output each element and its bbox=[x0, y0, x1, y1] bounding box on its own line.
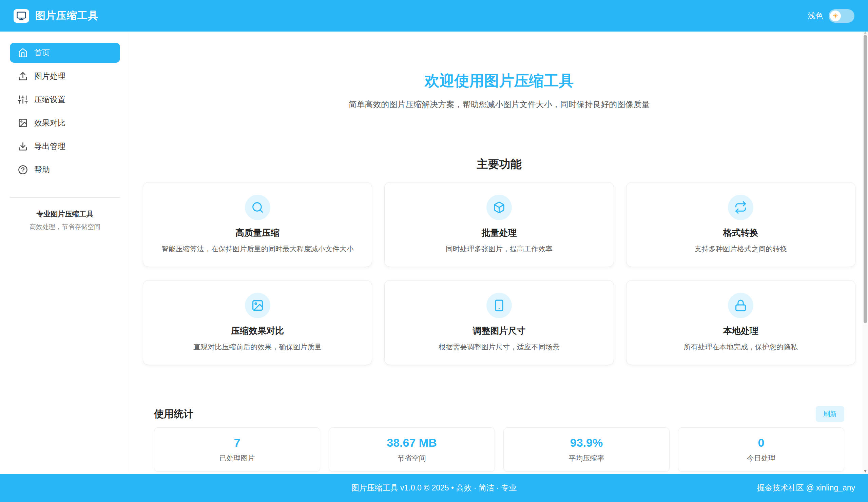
monitor-icon bbox=[13, 9, 29, 23]
theme-label: 浅色 bbox=[808, 11, 823, 21]
feature-title: 压缩效果对比 bbox=[231, 325, 284, 337]
top-header: 图片压缩工具 浅色 ☀ bbox=[0, 0, 868, 32]
magnifier-icon bbox=[245, 195, 270, 220]
footer-credit: 掘金技术社区 @ xinling_any bbox=[757, 483, 855, 493]
feature-desc: 根据需要调整图片尺寸，适应不同场景 bbox=[438, 342, 560, 352]
repeat-icon bbox=[728, 195, 753, 220]
sun-icon: ☀ bbox=[830, 11, 841, 21]
upload-icon bbox=[18, 71, 28, 81]
features-grid: 高质量压缩 智能压缩算法，在保持图片质量的同时最大程度减小文件大小 批量处理 同… bbox=[143, 182, 856, 365]
theme-toggle[interactable]: ☀ bbox=[829, 9, 855, 23]
feature-desc: 智能压缩算法，在保持图片质量的同时最大程度减小文件大小 bbox=[162, 244, 354, 254]
stat-card-today-processed: 0 今日处理 bbox=[678, 427, 844, 472]
app-title: 图片压缩工具 bbox=[35, 9, 99, 23]
stat-value: 38.67 MB bbox=[387, 436, 436, 449]
download-icon bbox=[18, 142, 28, 151]
main-content: 欢迎使用图片压缩工具 简单高效的图片压缩解决方案，帮助您减小图片文件大小，同时保… bbox=[130, 32, 868, 474]
image-compare-icon bbox=[18, 118, 28, 128]
stat-label: 今日处理 bbox=[747, 453, 775, 463]
scroll-down-arrow[interactable]: ▼ bbox=[863, 469, 868, 473]
sidebar-item-export-management[interactable]: 导出管理 bbox=[10, 136, 120, 156]
stat-label: 已处理图片 bbox=[219, 453, 255, 463]
app-window: 图片压缩工具 浅色 ☀ 首页 bbox=[0, 0, 868, 502]
sidebar-item-label: 导出管理 bbox=[34, 141, 65, 152]
footer: 图片压缩工具 v1.0.0 © 2025 • 高效 · 简洁 · 专业 掘金技术… bbox=[0, 474, 868, 502]
refresh-button[interactable]: 刷新 bbox=[816, 406, 844, 422]
feature-desc: 支持多种图片格式之间的转换 bbox=[694, 244, 787, 254]
stats-header: 使用统计 刷新 bbox=[154, 406, 844, 422]
feature-card-batch-processing: 批量处理 同时处理多张图片，提高工作效率 bbox=[384, 182, 613, 267]
app-brand: 图片压缩工具 bbox=[13, 9, 99, 23]
feature-desc: 直观对比压缩前后的效果，确保图片质量 bbox=[193, 342, 322, 352]
sidebar: 首页 图片处理 压缩设置 bbox=[0, 32, 130, 474]
sidebar-item-compression-settings[interactable]: 压缩设置 bbox=[10, 90, 120, 110]
stats-section: 使用统计 刷新 7 已处理图片 38.67 MB 节省空间 93.9% 平均压缩… bbox=[143, 406, 856, 472]
sidebar-item-help[interactable]: 帮助 bbox=[10, 160, 120, 180]
sidebar-item-label: 压缩设置 bbox=[34, 94, 65, 105]
feature-title: 本地处理 bbox=[723, 325, 758, 337]
sidebar-item-label: 帮助 bbox=[34, 164, 50, 175]
feature-card-resize-image: 调整图片尺寸 根据需要调整图片尺寸，适应不同场景 bbox=[384, 280, 613, 365]
features-section-title: 主要功能 bbox=[143, 157, 856, 172]
scrollbar[interactable]: ▲ ▼ bbox=[862, 32, 868, 474]
lock-icon bbox=[728, 293, 753, 318]
sidebar-item-effect-compare[interactable]: 效果对比 bbox=[10, 113, 120, 133]
cube-icon bbox=[486, 195, 512, 220]
sliders-icon bbox=[18, 95, 28, 104]
feature-title: 调整图片尺寸 bbox=[473, 325, 525, 337]
feature-title: 高质量压缩 bbox=[235, 227, 279, 239]
help-circle-icon bbox=[18, 165, 28, 175]
stat-label: 节省空间 bbox=[397, 453, 426, 463]
sidebar-nav: 首页 图片处理 压缩设置 bbox=[0, 43, 130, 183]
feature-card-compression-compare: 压缩效果对比 直观对比压缩前后的效果，确保图片质量 bbox=[143, 280, 372, 365]
sidebar-divider bbox=[10, 197, 120, 198]
sidebar-item-label: 图片处理 bbox=[34, 71, 65, 81]
feature-title: 格式转换 bbox=[723, 227, 758, 239]
middle-area: 首页 图片处理 压缩设置 bbox=[0, 32, 868, 474]
scroll-up-arrow[interactable]: ▲ bbox=[863, 30, 868, 34]
sidebar-footer-subtitle: 高效处理，节省存储空间 bbox=[8, 223, 122, 231]
feature-card-local-processing: 本地处理 所有处理在本地完成，保护您的隐私 bbox=[626, 280, 856, 365]
welcome-title: 欢迎使用图片压缩工具 bbox=[143, 71, 856, 91]
sidebar-footer: 专业图片压缩工具 高效处理，节省存储空间 bbox=[0, 209, 130, 231]
theme-control: 浅色 ☀ bbox=[808, 9, 855, 23]
feature-card-high-quality-compression: 高质量压缩 智能压缩算法，在保持图片质量的同时最大程度减小文件大小 bbox=[143, 182, 372, 267]
sidebar-item-image-processing[interactable]: 图片处理 bbox=[10, 66, 120, 86]
smartphone-icon bbox=[486, 293, 512, 318]
stat-value: 0 bbox=[758, 436, 765, 449]
stat-card-processed-images: 7 已处理图片 bbox=[154, 427, 320, 472]
stats-title: 使用统计 bbox=[154, 407, 193, 421]
stat-value: 7 bbox=[234, 436, 240, 449]
stat-value: 93.9% bbox=[570, 436, 603, 449]
feature-title: 批量处理 bbox=[481, 227, 517, 239]
home-icon bbox=[18, 48, 28, 58]
stat-card-space-saved: 38.67 MB 节省空间 bbox=[329, 427, 495, 472]
image-icon bbox=[245, 293, 270, 318]
sidebar-footer-title: 专业图片压缩工具 bbox=[8, 209, 122, 219]
sidebar-item-label: 首页 bbox=[34, 48, 50, 58]
feature-desc: 所有处理在本地完成，保护您的隐私 bbox=[684, 342, 798, 352]
stat-card-average-compression: 93.9% 平均压缩率 bbox=[503, 427, 670, 472]
sidebar-item-label: 效果对比 bbox=[34, 118, 65, 128]
footer-text: 图片压缩工具 v1.0.0 © 2025 • 高效 · 简洁 · 专业 bbox=[351, 483, 517, 493]
feature-desc: 同时处理多张图片，提高工作效率 bbox=[446, 244, 552, 254]
welcome-subtitle: 简单高效的图片压缩解决方案，帮助您减小图片文件大小，同时保持良好的图像质量 bbox=[143, 99, 856, 110]
stats-grid: 7 已处理图片 38.67 MB 节省空间 93.9% 平均压缩率 0 今日处理 bbox=[154, 427, 844, 472]
scrollbar-thumb[interactable] bbox=[864, 35, 867, 323]
stat-label: 平均压缩率 bbox=[569, 453, 604, 463]
feature-card-format-conversion: 格式转换 支持多种图片格式之间的转换 bbox=[626, 182, 856, 267]
sidebar-item-home[interactable]: 首页 bbox=[10, 43, 120, 63]
